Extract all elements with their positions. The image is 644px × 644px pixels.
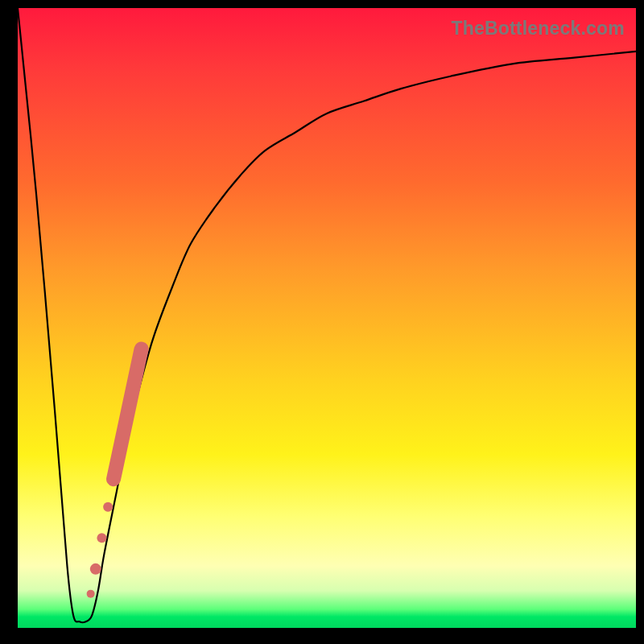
marker-dot [97,533,106,543]
marker-bar [114,349,142,480]
marker-dot [103,502,113,512]
marker-dot [90,564,101,575]
curve-layer [18,8,636,622]
chart-frame: TheBottleneck.com [0,0,644,644]
marker-layer [87,349,142,598]
chart-svg [18,8,636,628]
plot-area: TheBottleneck.com [18,8,636,628]
marker-dot [87,590,95,598]
bottleneck-curve [18,8,636,622]
